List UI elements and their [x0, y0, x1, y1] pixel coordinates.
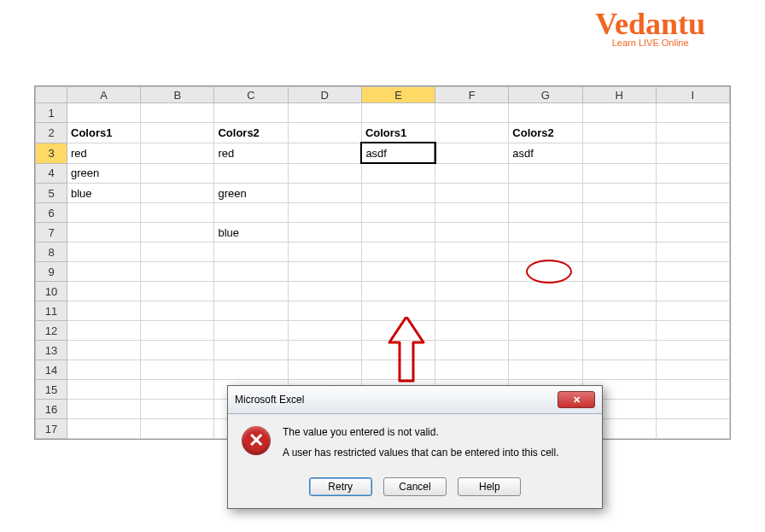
cell[interactable]	[361, 163, 435, 184]
cell[interactable]	[288, 341, 361, 360]
cell[interactable]	[656, 243, 729, 262]
cell[interactable]	[509, 103, 582, 123]
cell[interactable]	[361, 301, 435, 321]
cell[interactable]	[214, 360, 288, 380]
cell[interactable]	[656, 143, 729, 163]
cell[interactable]	[582, 163, 656, 184]
cell[interactable]	[141, 282, 214, 301]
cell[interactable]	[435, 184, 509, 203]
cell[interactable]	[656, 400, 729, 419]
cell[interactable]	[141, 341, 214, 360]
row-header[interactable]: 7	[36, 223, 67, 243]
column-header[interactable]: C	[214, 87, 288, 103]
cell[interactable]: red	[214, 143, 288, 163]
cell[interactable]	[141, 103, 214, 123]
row-header[interactable]: 11	[36, 301, 67, 321]
cell[interactable]	[141, 262, 214, 282]
cell[interactable]: blue	[214, 223, 288, 243]
cell[interactable]	[582, 301, 656, 321]
cell[interactable]	[435, 223, 509, 243]
row-header[interactable]: 15	[36, 380, 67, 400]
cell[interactable]: asdf	[509, 143, 582, 163]
cell[interactable]	[582, 321, 656, 341]
cell[interactable]	[288, 184, 361, 203]
column-header[interactable]: A	[67, 87, 141, 103]
cell[interactable]	[656, 123, 729, 143]
close-button[interactable]: ✕	[558, 391, 595, 408]
cell[interactable]	[582, 282, 656, 301]
row-header[interactable]: 14	[36, 360, 67, 380]
cell[interactable]	[67, 321, 141, 341]
row-header[interactable]: 12	[36, 321, 67, 341]
cell[interactable]	[656, 103, 729, 123]
cell[interactable]	[361, 223, 435, 243]
cell[interactable]	[141, 203, 214, 223]
cell[interactable]	[582, 262, 656, 282]
cell[interactable]	[141, 184, 214, 203]
cell[interactable]	[67, 243, 141, 262]
column-header[interactable]: H	[582, 87, 656, 103]
cell[interactable]	[288, 282, 361, 301]
column-header[interactable]: F	[435, 87, 509, 103]
cell[interactable]	[509, 321, 582, 341]
cell[interactable]	[582, 341, 656, 360]
cell[interactable]	[214, 163, 288, 184]
cell[interactable]: Colors1	[67, 123, 141, 143]
cell[interactable]	[67, 282, 141, 301]
column-header[interactable]: E	[361, 87, 435, 103]
cell[interactable]	[361, 360, 435, 380]
cell[interactable]	[582, 143, 656, 163]
cell[interactable]	[656, 301, 729, 321]
cell[interactable]	[509, 163, 582, 184]
cell[interactable]	[67, 203, 141, 223]
cell[interactable]	[141, 163, 214, 184]
cell[interactable]	[656, 419, 729, 439]
cell[interactable]: Colors2	[509, 123, 582, 143]
cell[interactable]	[67, 103, 141, 123]
cell[interactable]	[141, 400, 214, 419]
cell[interactable]	[288, 123, 361, 143]
row-header[interactable]: 6	[36, 203, 67, 223]
cell[interactable]	[67, 301, 141, 321]
cell[interactable]	[435, 243, 509, 262]
help-button[interactable]: Help	[458, 477, 521, 496]
cell[interactable]	[509, 301, 582, 321]
cell[interactable]	[361, 103, 435, 123]
cell[interactable]	[656, 341, 729, 360]
cell[interactable]	[435, 321, 509, 341]
cell[interactable]: green	[214, 184, 288, 203]
cell[interactable]	[141, 321, 214, 341]
cell[interactable]	[509, 262, 582, 282]
cell[interactable]	[141, 301, 214, 321]
cell[interactable]	[288, 360, 361, 380]
cell[interactable]	[67, 341, 141, 360]
cell[interactable]	[288, 143, 361, 163]
cell[interactable]	[509, 243, 582, 262]
cell[interactable]	[582, 243, 656, 262]
cell[interactable]	[67, 400, 141, 419]
cell[interactable]	[582, 184, 656, 203]
cell[interactable]	[656, 380, 729, 400]
corner-header[interactable]	[36, 87, 67, 103]
cell[interactable]	[288, 321, 361, 341]
cell[interactable]	[214, 282, 288, 301]
cell[interactable]	[214, 321, 288, 341]
row-header[interactable]: 4	[36, 163, 67, 184]
cell[interactable]	[435, 282, 509, 301]
cell[interactable]	[361, 282, 435, 301]
cell[interactable]: Colors1	[361, 123, 435, 143]
cell[interactable]	[141, 380, 214, 400]
cell[interactable]	[141, 143, 214, 163]
cell[interactable]	[214, 103, 288, 123]
cell[interactable]	[656, 262, 729, 282]
row-header[interactable]: 9	[36, 262, 67, 282]
row-header[interactable]: 13	[36, 341, 67, 360]
cell[interactable]	[288, 223, 361, 243]
cell[interactable]	[141, 243, 214, 262]
cell[interactable]	[582, 223, 656, 243]
cell[interactable]	[582, 103, 656, 123]
row-header[interactable]: 2	[36, 123, 67, 143]
cell[interactable]: red	[67, 143, 141, 163]
cell[interactable]	[509, 184, 582, 203]
cell[interactable]	[435, 203, 509, 223]
